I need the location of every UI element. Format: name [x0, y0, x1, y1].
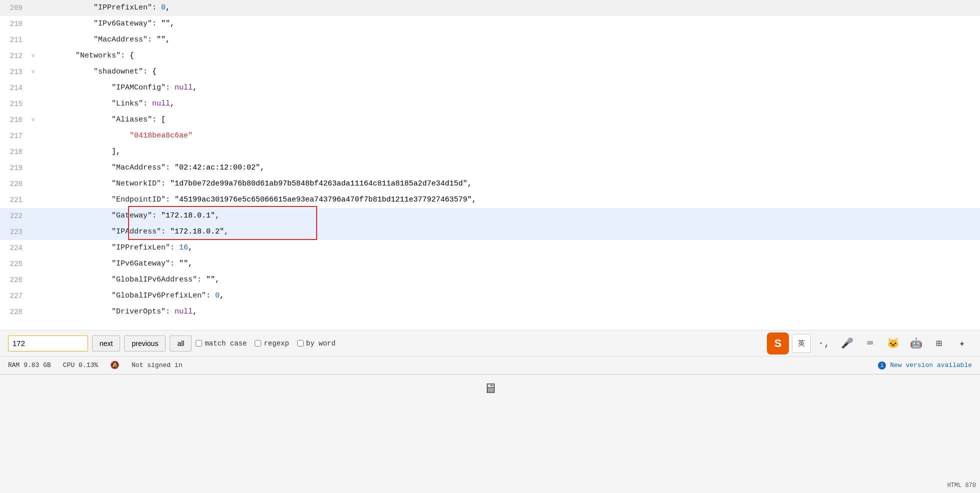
cpu-status: CPU 0.13%: [63, 362, 98, 369]
html-badge: HTML 870: [947, 482, 976, 489]
code-text: "NetworkID": "1d7b0e72de99a76b80d61ab97b…: [40, 176, 976, 192]
fold-indicator: [32, 176, 40, 192]
fold-indicator: [32, 32, 40, 48]
fold-indicator: [32, 288, 40, 304]
code-line: 212v "Networks": {: [0, 48, 980, 64]
code-text: "Aliases": [: [40, 112, 976, 128]
bottom-taskbar: 🖥: [0, 374, 980, 402]
regexp-checkbox[interactable]: [255, 340, 261, 346]
fold-indicator[interactable]: v: [32, 112, 40, 128]
fold-indicator: [32, 128, 40, 144]
code-line: 210 "IPv6Gateway": "",: [0, 16, 980, 32]
code-line: 221 "EndpointID": "45199ac301976e5c65066…: [0, 192, 980, 208]
code-line: 225 "IPv6Gateway": "",: [0, 256, 980, 272]
code-line: 214 "IPAMConfig": null,: [0, 80, 980, 96]
line-number: 213: [4, 64, 32, 80]
code-container: 209 "IPPrefixLen": 0,210 "IPv6Gateway": …: [0, 0, 980, 320]
fold-indicator: [32, 272, 40, 288]
code-text: "DriverOpts": null,: [40, 304, 976, 320]
code-line: 224 "IPPrefixLen": 16,: [0, 240, 980, 256]
code-text: "EndpointID": "45199ac301976e5c65066615a…: [40, 192, 976, 208]
code-text: "Links": null,: [40, 96, 976, 112]
emoji-icon[interactable]: 🐱: [883, 334, 903, 354]
code-text: "GlobalIPv6Address": "",: [40, 272, 976, 288]
line-number: 224: [4, 240, 32, 256]
ram-status: RAM 9.83 GB: [8, 362, 51, 369]
code-line: 220 "NetworkID": "1d7b0e72de99a76b80d61a…: [0, 176, 980, 192]
code-line: 216v "Aliases": [: [0, 112, 980, 128]
code-text: "IPPrefixLen": 16,: [40, 240, 976, 256]
fold-indicator: [32, 256, 40, 272]
fold-indicator: [32, 208, 40, 224]
code-line: 215 "Links": null,: [0, 96, 980, 112]
line-number: 212: [4, 48, 32, 64]
search-options: match case regexp by word: [196, 340, 335, 348]
line-number: 222: [4, 208, 32, 224]
next-button[interactable]: next: [92, 336, 120, 352]
code-text: ],: [40, 144, 976, 160]
monitor-icon[interactable]: 🖥: [483, 380, 497, 397]
code-line: 222 "Gateway": "172.18.0.1",: [0, 208, 980, 224]
code-text: "GlobalIPv6PrefixLen": 0,: [40, 288, 976, 304]
editor-area: 209 "IPPrefixLen": 0,210 "IPv6Gateway": …: [0, 0, 980, 330]
previous-button[interactable]: previous: [124, 336, 166, 352]
new-version-label: New version available: [890, 362, 972, 369]
fold-indicator: [32, 144, 40, 160]
not-signed-in: Not signed in: [132, 362, 182, 369]
code-text: "IPAMConfig": null,: [40, 80, 976, 96]
line-number: 220: [4, 176, 32, 192]
line-number: 226: [4, 272, 32, 288]
punctuation-icon[interactable]: ·,: [814, 334, 834, 354]
fold-indicator[interactable]: v: [32, 48, 40, 64]
code-line: 217 "0418bea8c6ae": [0, 128, 980, 144]
match-case-checkbox[interactable]: [196, 340, 202, 346]
fold-indicator: [32, 192, 40, 208]
line-number: 227: [4, 288, 32, 304]
fold-indicator: [32, 0, 40, 16]
code-text: "0418bea8c6ae": [40, 128, 976, 144]
code-text: "Networks": {: [40, 48, 976, 64]
keyboard-icon[interactable]: ⌨: [860, 334, 880, 354]
code-line: 219 "MacAddress": "02:42:ac:12:00:02",: [0, 160, 980, 176]
search-bar: 172 next previous all match case regexp …: [0, 330, 980, 356]
fold-indicator: [32, 240, 40, 256]
microphone-icon[interactable]: 🎤: [837, 334, 857, 354]
info-icon: i: [878, 362, 886, 370]
line-number: 214: [4, 80, 32, 96]
fold-indicator: [32, 224, 40, 240]
line-number: 225: [4, 256, 32, 272]
line-number: 221: [4, 192, 32, 208]
code-line: 227 "GlobalIPv6PrefixLen": 0,: [0, 288, 980, 304]
search-input[interactable]: 172: [8, 336, 88, 352]
code-line: 213v "shadownet": {: [0, 64, 980, 80]
fold-indicator[interactable]: v: [32, 64, 40, 80]
fold-indicator: [32, 96, 40, 112]
code-text: "IPv6Gateway": "",: [40, 256, 976, 272]
settings-icon[interactable]: ✦: [952, 334, 972, 354]
fold-indicator: [32, 160, 40, 176]
line-number: 210: [4, 16, 32, 32]
by-word-checkbox[interactable]: [297, 340, 304, 346]
regexp-option[interactable]: regexp: [255, 340, 289, 348]
fold-indicator: [32, 16, 40, 32]
match-case-option[interactable]: match case: [196, 340, 247, 348]
sogou-icon[interactable]: S: [767, 332, 789, 354]
by-word-option[interactable]: by word: [297, 340, 336, 348]
grid-icon[interactable]: ⊞: [929, 334, 949, 354]
robot-icon[interactable]: 🤖: [906, 334, 926, 354]
new-version-area[interactable]: i New version available: [878, 362, 972, 370]
code-line: 228 "DriverOpts": null,: [0, 304, 980, 320]
line-number: 209: [4, 0, 32, 16]
code-text: "MacAddress": "",: [40, 32, 976, 48]
code-text: "IPAddress": "172.18.0.2",: [40, 224, 976, 240]
line-number: 223: [4, 224, 32, 240]
line-number: 211: [4, 32, 32, 48]
fold-indicator: [32, 80, 40, 96]
line-number: 215: [4, 96, 32, 112]
line-number: 217: [4, 128, 32, 144]
all-button[interactable]: all: [170, 336, 192, 352]
code-text: "IPv6Gateway": "",: [40, 16, 976, 32]
code-line: 209 "IPPrefixLen": 0,: [0, 0, 980, 16]
ime-mode-icon[interactable]: 英: [792, 334, 811, 353]
code-text: "IPPrefixLen": 0,: [40, 0, 976, 16]
